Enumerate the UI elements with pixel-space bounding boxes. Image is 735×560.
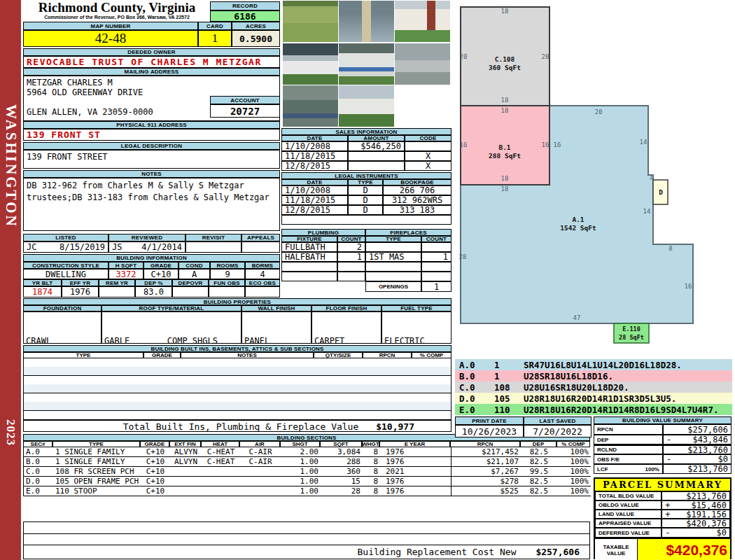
foundation-value: CRAWL CINDER BLOCK [23,312,102,344]
revisit-header: REVISIT [186,234,241,241]
fireplaces-header: FIREPLACES [365,229,451,236]
sketch-dim: 1 [649,174,652,181]
bvs-value: $257,606 [687,425,728,435]
fireplace-count [421,242,451,252]
sec-air-header: AIR [239,441,280,447]
parcel-row: APPRAISED VALUE $420,376 [595,519,730,528]
legend-code: 105 [494,393,524,404]
sketch-region-area: 360 SqFt [489,64,521,71]
bvs-row: LCF100% $213,760 [594,464,732,474]
section-row: E.0110 STOOPC+10 1.00 288 1976 $525 82.5… [24,486,591,496]
foundation-line1: CRAWL [26,335,99,344]
effyr-header: EFF YR [62,279,99,286]
reviewed-date: 4/1/2014 [141,242,182,252]
sec-heat-header: HEAT [201,441,239,447]
print-date-value: 10/26/2023 [455,425,524,438]
listed-date: 8/15/2019 [59,242,105,252]
building-info-row1-values: DWELLING 3372 C+10 A 9 4 [23,269,280,279]
legal-row: 1/10/2008 D 266 706 [281,186,451,195]
property-photo-shoreline[interactable] [283,1,338,42]
sales-code-header: CODE [405,135,451,141]
photo-placeholder [395,85,450,127]
sketch-dim: 28 [459,253,467,260]
wall-finish-header: WALL FINISH [241,305,312,312]
legend-path: U28R18U16R20D14R1D14R8D16L9SD4L7U4R7. [524,405,732,415]
fireplace-count: 1 [421,252,451,262]
map-number-value: 42-48 [23,30,198,47]
sales-row: 12/8/2015 X [281,161,451,171]
remyr-header: REM YR [99,279,135,286]
fixture: FULLBATH [281,242,337,252]
legal-col-headers: DATE TYPE BOOKPAGE [281,179,451,186]
record-value: 6186 [210,10,280,22]
section-row: A.01 SINGLE FAMILYC+10 ALVYNC-HEAT C-AIR… [24,447,591,457]
effyr-value: 1976 [62,286,99,298]
building-info-header: BUILDING INFORMATION [23,254,280,262]
building-info-row2-headers: YR BLT EFF YR REM YR DEP % DEPOVR FUN OB… [23,279,280,286]
bvs-row: RCLND $213,760 [594,444,732,454]
yrblt-header: YR BLT [23,279,62,286]
bi-type-header: TYPE [23,352,144,358]
floor-finish-value: CARPET HARDWOOD [312,312,382,344]
acres-value: 0.5900 [232,30,280,47]
funobs-header: FUN OBS [209,279,245,286]
built-ins-total-row: Total Built Ins, Plumbing & Fireplace Va… [23,420,451,432]
legal-bookpage: 266 706 [383,186,451,195]
sec-whgt-header: WHGT [362,441,379,447]
fixture: HALFBATH [281,252,337,262]
last-saved-value: 7/20/2022 [524,425,592,438]
sketch-region-area: 288 SqFt [489,152,521,160]
depovr-value [172,286,209,298]
parcel-row: OBLDG VALUE +$15,460 [595,500,730,510]
bi-qty-header: QTY/SIZE [314,352,363,358]
bvs-label: RCLND [594,444,663,454]
legal-bookpage-header: BOOKPAGE [383,179,451,186]
property-photo-shed[interactable] [395,1,450,42]
parcel-value: $420,376 [686,519,727,528]
sketch-dim: 18 [501,8,509,15]
pf-row: FULLBATH 2 [281,242,451,252]
legal-description-value: 139 FRONT STREET [23,150,280,169]
bvs-row: DEP -$43,846 [594,435,732,444]
legend-path: U28U16SR18U20L18D20. [524,382,732,393]
building-value-summary: RPCN $257,606 DEP -$43,846 RCLND $213,76… [594,424,732,474]
parcel-row: DEFERRED VALUE -$0 [595,528,730,538]
property-photo-house-awning[interactable] [339,43,394,85]
deppct-value: 83.0 [135,286,172,298]
property-photo-house-rear[interactable] [283,43,338,85]
notes-value: DB 312-962 from Charles M & Sally S Metz… [23,178,280,231]
property-photo-house-side[interactable] [339,85,394,127]
remyr-value [99,286,135,298]
construction-style-header: CONSTRUCTION STYLE [23,262,108,269]
bvs-sign: - [666,454,671,464]
legal-date: 12/8/2015 [281,205,348,215]
review-headers: LISTED REVIEWED REVISIT APPEALS [23,234,280,241]
parcel-value: $191,156 [686,510,727,519]
built-ins-total-label: Total Built Ins, Plumbing & Fireplace Va… [94,421,388,432]
pf-row-empty [281,262,451,272]
county-name: WASHINGTON [0,91,21,241]
fixture-count [337,262,365,272]
property-photo-dock[interactable] [339,1,394,42]
property-photo-boat-lift[interactable] [283,85,338,127]
sale-code: X [405,161,451,171]
physical-address-value: 139 FRONT ST [23,129,280,141]
hsqft-header: H SQFT [108,262,144,269]
bvs-value: $43,846 [692,435,728,444]
legend-row: C.0 108 U28U16SR18U20L18D20. [455,382,732,393]
parcel-label: OBLDG VALUE [595,500,662,510]
roof-header: ROOF TYPE/MATERIAL [102,305,241,312]
legend-sec: B.0 [455,371,494,382]
building-properties-header: BUILDING PROPERTIES [23,298,451,305]
parcel-summary-title: PARCEL SUMMARY [595,479,730,491]
sale-date: 12/8/2015 [281,161,348,171]
section-row: B.01 SINGLE FAMILYC+10 ALVYNC-HEAT C-AIR… [24,457,591,467]
sketch-region-label: B.1 [498,144,510,151]
sketch-dim: 47 [573,314,581,321]
sketch-region-label: E.110 [622,326,640,332]
parcel-value: $213,760 [686,491,727,500]
grade-header: GRADE [144,262,178,269]
legend-code: 108 [494,382,524,393]
property-photo-dock-pilings[interactable] [395,43,450,85]
sec-shgt-header: SHGT [280,441,320,447]
